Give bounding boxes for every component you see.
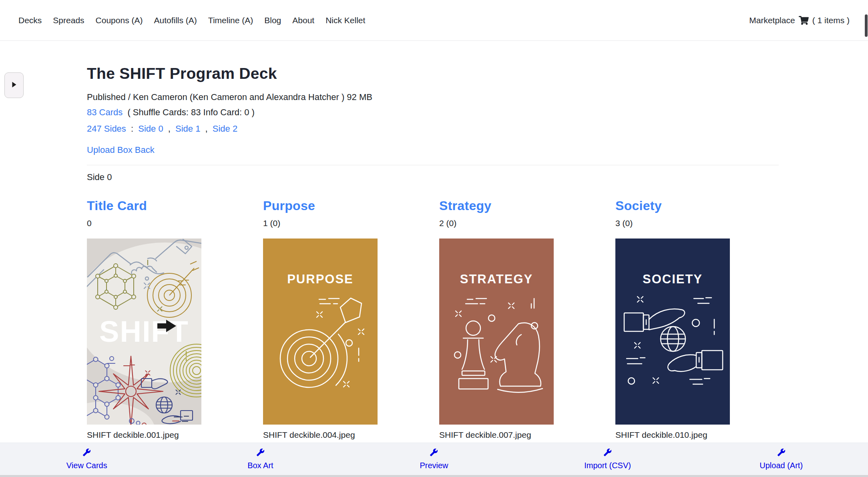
sidebar-expand-button[interactable] bbox=[4, 72, 24, 98]
view-cards-button[interactable]: View Cards bbox=[0, 448, 174, 470]
nav-item-autofills[interactable]: Autofills (A) bbox=[154, 16, 197, 25]
card-count: 2 (0) bbox=[439, 218, 554, 228]
wrench-icon bbox=[777, 448, 786, 458]
deck-meta: Published / Ken Cameron (Ken Cameron and… bbox=[87, 92, 779, 102]
svg-text:PURPOSE: PURPOSE bbox=[287, 272, 354, 286]
card-filename: SHIFT deckible.010.jpeg bbox=[615, 430, 730, 440]
card-grid: Title Card 0 bbox=[87, 198, 779, 440]
svg-text:STRATEGY: STRATEGY bbox=[460, 272, 533, 286]
page: Decks Spreads Coupons (A) Autofills (A) … bbox=[0, 0, 868, 477]
svg-text:SHIFT: SHIFT bbox=[99, 315, 189, 348]
card-filename: SHIFT deckible.007.jpeg bbox=[439, 430, 554, 440]
nav-menu: Decks Spreads Coupons (A) Autofills (A) … bbox=[18, 16, 365, 25]
vertical-scrollbar-thumb[interactable] bbox=[865, 14, 868, 37]
card-filename: SHIFT deckible.004.jpeg bbox=[263, 430, 378, 440]
wrench-icon bbox=[430, 448, 438, 458]
svg-text:SOCIETY: SOCIETY bbox=[643, 272, 703, 286]
separator: : bbox=[131, 124, 133, 134]
tool-label: Import (CSV) bbox=[584, 461, 631, 470]
wrench-icon bbox=[603, 448, 612, 458]
separator: , bbox=[205, 124, 208, 134]
chevron-right-icon bbox=[12, 81, 17, 89]
card-image[interactable]: STRATEGY bbox=[439, 238, 554, 425]
import-csv-button[interactable]: Import (CSV) bbox=[521, 448, 695, 470]
box-art-button[interactable]: Box Art bbox=[174, 448, 348, 470]
card-image[interactable]: SHIFT bbox=[87, 238, 201, 425]
card-title-link[interactable]: Strategy bbox=[439, 198, 554, 213]
card-column-strategy: Strategy 2 (0) STRATEGY bbox=[439, 198, 554, 440]
nav-item-coupons[interactable]: Coupons (A) bbox=[96, 16, 143, 25]
window-bottom-edge bbox=[0, 475, 868, 477]
nav-item-about[interactable]: About bbox=[292, 16, 314, 25]
card-column-society: Society 3 (0) SOCIETY bbox=[615, 198, 730, 440]
card-filename: SHIFT deckible.001.jpeg bbox=[87, 430, 201, 440]
tool-label: Box Art bbox=[247, 461, 273, 470]
nav-item-blog[interactable]: Blog bbox=[264, 16, 281, 25]
cart-items-count: ( 1 items ) bbox=[812, 16, 850, 25]
upload-art-button[interactable]: Upload (Art) bbox=[694, 448, 868, 470]
sides-count-link[interactable]: 247 Sides bbox=[87, 124, 126, 134]
side-0-link[interactable]: Side 0 bbox=[138, 124, 163, 134]
card-title-link[interactable]: Purpose bbox=[263, 198, 378, 213]
card-column-title-card: Title Card 0 bbox=[87, 198, 201, 440]
marketplace-link[interactable]: Marketplace ( 1 items ) bbox=[749, 16, 850, 25]
card-column-purpose: Purpose 1 (0) PURPOSE bbox=[263, 198, 378, 440]
side-2-link[interactable]: Side 2 bbox=[213, 124, 237, 134]
wrench-icon bbox=[256, 448, 265, 458]
bottom-toolbar: View Cards Box Art Preview Import (CSV) … bbox=[0, 443, 868, 477]
cards-detail: ( Shuffle Cards: 83 Info Card: 0 ) bbox=[127, 107, 255, 117]
card-count: 0 bbox=[87, 218, 201, 228]
card-title-link[interactable]: Title Card bbox=[87, 198, 201, 213]
side-1-link[interactable]: Side 1 bbox=[175, 124, 200, 134]
deck-title: The SHIFT Program Deck bbox=[87, 65, 779, 82]
top-navbar: Decks Spreads Coupons (A) Autofills (A) … bbox=[0, 0, 868, 41]
card-title-link[interactable]: Society bbox=[615, 198, 730, 213]
preview-button[interactable]: Preview bbox=[347, 448, 521, 470]
tool-label: View Cards bbox=[66, 461, 107, 470]
upload-box-back-link[interactable]: Upload Box Back bbox=[87, 145, 155, 155]
card-count: 3 (0) bbox=[615, 218, 730, 228]
marketplace-label: Marketplace bbox=[749, 16, 795, 25]
wrench-icon bbox=[82, 448, 91, 458]
tool-label: Upload (Art) bbox=[760, 461, 803, 470]
card-image[interactable]: PURPOSE bbox=[263, 238, 378, 425]
nav-item-timeline[interactable]: Timeline (A) bbox=[208, 16, 253, 25]
card-count: 1 (0) bbox=[263, 218, 378, 228]
upload-box-back-line: Upload Box Back bbox=[87, 145, 779, 155]
side-section-label: Side 0 bbox=[87, 172, 779, 182]
shopping-cart-icon[interactable] bbox=[799, 16, 809, 25]
nav-item-decks[interactable]: Decks bbox=[18, 16, 42, 25]
main-content: The SHIFT Program Deck Published / Ken C… bbox=[0, 41, 868, 440]
separator: , bbox=[168, 124, 171, 134]
divider bbox=[87, 165, 779, 165]
cards-count-link[interactable]: 83 Cards bbox=[87, 107, 123, 117]
sides-summary-line: 247 Sides : Side 0 , Side 1 , Side 2 bbox=[87, 122, 779, 135]
card-image[interactable]: SOCIETY bbox=[615, 238, 730, 425]
tool-label: Preview bbox=[420, 461, 448, 470]
nav-item-spreads[interactable]: Spreads bbox=[53, 16, 84, 25]
nav-item-user[interactable]: Nick Kellet bbox=[326, 16, 365, 25]
cards-summary-line: 83 Cards ( Shuffle Cards: 83 Info Card: … bbox=[87, 106, 779, 119]
